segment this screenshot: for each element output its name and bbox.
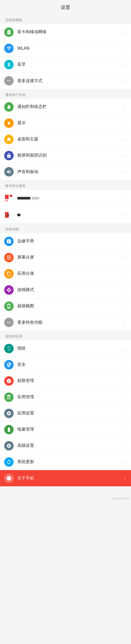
- svg-marker-2: [9, 195, 12, 197]
- advanced-item[interactable]: 高级设置 ›: [0, 438, 131, 454]
- section-header-account: 账号和云服务: [0, 180, 131, 190]
- more-features-icon: [4, 318, 14, 327]
- bluetooth-chevron: ›: [124, 62, 126, 67]
- desktop-label: 桌面和主题: [17, 136, 122, 142]
- battery-item[interactable]: 电量管理 ›: [0, 421, 131, 438]
- fingerprint-label: 指纹: [17, 346, 122, 351]
- notification-bar-icon: [4, 102, 14, 112]
- display-item[interactable]: 显示 ›: [0, 115, 131, 131]
- section-header-wireless: 无线和网络: [0, 14, 131, 24]
- watermark: www.52z.net: [113, 497, 129, 500]
- more-connections-chevron: ›: [124, 78, 126, 83]
- screenshot-item[interactable]: 超级截图 ›: [0, 298, 131, 314]
- more-connections-item[interactable]: 更多连接方式 ›: [0, 73, 131, 89]
- redmi-account-chevron: ›: [124, 196, 126, 201]
- more-features-item[interactable]: 更多特色功能 ›: [0, 314, 131, 330]
- about-chevron: ›: [124, 476, 126, 481]
- display-icon: [4, 118, 14, 128]
- game-mode-label: 游戏模式: [17, 287, 122, 293]
- security-item[interactable]: 安全 ›: [0, 357, 131, 373]
- app-clone-chevron: ›: [124, 271, 126, 276]
- notification-bar-item[interactable]: 通知栏和状态栏 ›: [0, 99, 131, 115]
- edge-gesture-item[interactable]: 边缘手势 ›: [0, 233, 131, 249]
- section-header-notification: 通知和个性化: [0, 89, 131, 99]
- more-connections-label: 更多连接方式: [17, 78, 122, 84]
- more-features-label: 更多特色功能: [17, 320, 122, 325]
- account-group: › ›: [0, 190, 131, 223]
- update-icon: [4, 457, 14, 467]
- mi-account-icon: [4, 210, 14, 220]
- mi-account-item[interactable]: ›: [0, 207, 131, 223]
- fingerprint-item[interactable]: 指纹 ›: [0, 340, 131, 357]
- sound-label: 声音和振动: [17, 169, 122, 175]
- display-label: 显示: [17, 120, 122, 126]
- lockscreen-item[interactable]: 锁屏和面部识别 ›: [0, 147, 131, 164]
- bluetooth-icon: [4, 60, 14, 69]
- app-settings-label: 应用设置: [17, 411, 122, 416]
- app-manage-label: 应用管理: [17, 394, 122, 400]
- lockscreen-chevron: ›: [124, 153, 126, 158]
- lockscreen-icon: [4, 151, 14, 160]
- split-screen-icon: [4, 253, 14, 262]
- wlan-item[interactable]: WLAN ›: [0, 40, 131, 56]
- about-icon: [4, 474, 14, 483]
- app-manage-item[interactable]: 应用管理 ›: [0, 389, 131, 405]
- permissions-item[interactable]: 权限管理 ›: [0, 373, 131, 389]
- split-screen-item[interactable]: 屏幕分屏 ›: [0, 249, 131, 266]
- battery-label: 电量管理: [17, 427, 122, 432]
- advanced-chevron: ›: [124, 443, 126, 448]
- desktop-icon: [4, 135, 14, 144]
- screenshot-label: 超级截图: [17, 303, 122, 309]
- svg-rect-1: [5, 195, 9, 199]
- about-item[interactable]: 关于手机 ›: [0, 470, 131, 486]
- desktop-item[interactable]: 桌面和主题 ›: [0, 131, 131, 147]
- section-account: 账号和云服务: [0, 180, 131, 223]
- sound-item[interactable]: 声音和振动 ›: [0, 164, 131, 180]
- fingerprint-chevron: ›: [124, 346, 126, 351]
- svg-rect-3: [5, 200, 8, 202]
- footer: www.52z.net: [0, 486, 131, 502]
- permissions-chevron: ›: [124, 379, 126, 383]
- redmi-account-item[interactable]: ›: [0, 190, 131, 207]
- game-mode-item[interactable]: 游戏模式 ›: [0, 282, 131, 298]
- system-group: 指纹 › 安全 › 权限管理 › 应用管: [0, 340, 131, 486]
- sound-chevron: ›: [124, 169, 126, 174]
- app-settings-icon: [4, 409, 14, 418]
- app-manage-icon: [4, 392, 14, 402]
- section-system: 系统和应用 指纹 › 安全 › 权限管理 ›: [0, 330, 131, 486]
- edge-gesture-icon: [4, 237, 14, 246]
- about-label: 关于手机: [17, 476, 122, 481]
- sim-item[interactable]: 双卡和移动网络 ›: [0, 24, 131, 40]
- section-features: 特色功能 边缘手势 › 屏幕分屏 › 应用分身: [0, 223, 131, 330]
- desktop-chevron: ›: [124, 137, 126, 142]
- redmi-account-info: [17, 197, 122, 200]
- screenshot-chevron: ›: [124, 304, 126, 309]
- app-settings-chevron: ›: [124, 411, 126, 416]
- features-group: 边缘手势 › 屏幕分屏 › 应用分身 ›: [0, 233, 131, 330]
- section-header-system: 系统和应用: [0, 330, 131, 340]
- redmi-account-icon: [4, 193, 14, 203]
- fingerprint-icon: [4, 344, 14, 353]
- mi-account-masked: [17, 214, 122, 216]
- game-mode-icon: [4, 285, 14, 295]
- app-clone-item[interactable]: 应用分身 ›: [0, 266, 131, 282]
- mi-account-info: [17, 214, 122, 216]
- update-item[interactable]: 系统更新 ›: [0, 454, 131, 470]
- section-notification: 通知和个性化 通知栏和状态栏 › 显示 › 桌面和主题: [0, 89, 131, 180]
- display-chevron: ›: [124, 121, 126, 126]
- app-settings-item[interactable]: 应用设置 ›: [0, 405, 131, 421]
- sim-label: 双卡和移动网络: [17, 29, 122, 35]
- section-wireless: 无线和网络 双卡和移动网络 › WLAN › 蓝牙: [0, 14, 131, 89]
- game-mode-chevron: ›: [124, 288, 126, 292]
- svg-rect-5: [7, 214, 9, 216]
- security-label: 安全: [17, 362, 122, 367]
- page-container: 设置 无线和网络 双卡和移动网络 › WLAN ›: [0, 0, 131, 502]
- lockscreen-label: 锁屏和面部识别: [17, 153, 122, 158]
- bluetooth-item[interactable]: 蓝牙 ›: [0, 56, 131, 73]
- screenshot-icon: [4, 301, 14, 311]
- section-header-features: 特色功能: [0, 223, 131, 233]
- security-icon: [4, 360, 14, 369]
- update-chevron: ›: [124, 460, 126, 464]
- wlan-chevron: ›: [124, 46, 126, 51]
- split-screen-label: 屏幕分屏: [17, 255, 122, 260]
